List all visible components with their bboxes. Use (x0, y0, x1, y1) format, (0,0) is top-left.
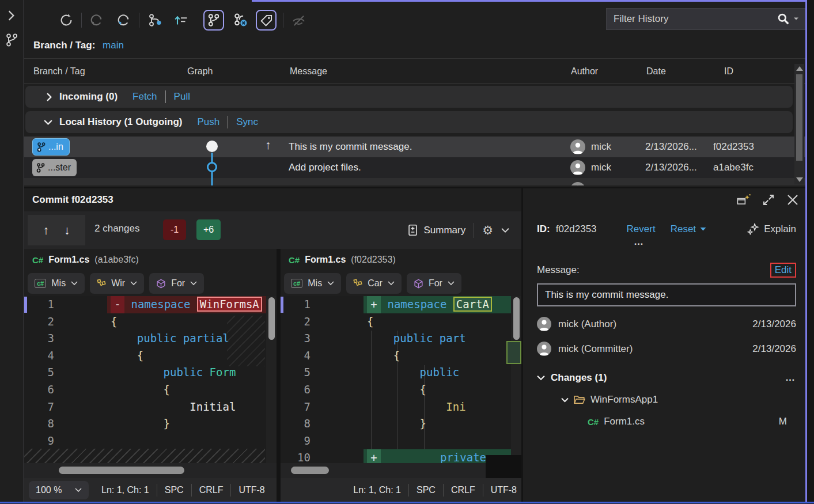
float-window-icon[interactable] (736, 193, 751, 207)
commit-row-selected[interactable]: ...in ↑ This is my commit message. mick … (24, 137, 805, 157)
scroll-up-icon[interactable] (796, 66, 803, 71)
col-branch-tag[interactable]: Branch / Tag (33, 66, 85, 77)
old-horizontal-scrollbar[interactable] (24, 463, 277, 478)
commit-detail-sidebar: ID: f02d2353 Revert Reset Explain … Mess… (523, 211, 805, 502)
chevron-down-icon[interactable] (44, 119, 52, 126)
zoom-select[interactable]: 100 % (29, 481, 89, 499)
breadcrumb-namespace-dropdown[interactable]: Wir (90, 273, 144, 294)
breadcrumb-project-dropdown[interactable]: c# Mis (28, 273, 85, 294)
filter-history-input[interactable] (612, 13, 777, 25)
new-horizontal-scrollbar[interactable] (281, 463, 521, 478)
new-branch-button[interactable] (145, 10, 165, 31)
zoom-value: 100 % (36, 485, 62, 495)
changes-more-button[interactable]: … (785, 372, 796, 384)
explain-button[interactable]: Explain (747, 223, 796, 235)
old-code-area[interactable]: 1- namespace WinFormsA2{3 public partial… (24, 296, 277, 463)
chevron-right-icon[interactable] (46, 93, 52, 101)
pull-button[interactable] (113, 10, 134, 31)
scrollbar-thumb[interactable] (513, 297, 520, 340)
col-author[interactable]: Author (571, 66, 598, 77)
search-icon[interactable] (777, 13, 790, 25)
breadcrumb-class-dropdown[interactable]: For (149, 273, 204, 294)
new-vertical-scrollbar[interactable] (511, 296, 521, 463)
scrollbar-thumb[interactable] (796, 74, 802, 161)
scrollbar-thumb[interactable] (59, 467, 184, 474)
incoming-section-row[interactable]: Incoming (0) Fetch Pull (25, 86, 793, 108)
show-commit-graph-button[interactable] (203, 10, 224, 31)
line-number: 10 (281, 449, 311, 463)
pull-link[interactable]: Pull (174, 91, 190, 103)
divider (443, 484, 444, 497)
chevron-down-icon[interactable] (561, 397, 569, 403)
git-branch-icon[interactable] (5, 33, 18, 47)
commit-row[interactable]: ...ster Add project files. mick 2/13/202… (24, 157, 805, 178)
toolbar-separator (283, 13, 283, 28)
col-message[interactable]: Message (290, 66, 327, 77)
compare-commits-button[interactable] (230, 10, 251, 31)
commit-author: mick (591, 141, 611, 153)
edit-message-link[interactable]: Edit (770, 263, 796, 278)
commit-message-input[interactable] (537, 283, 796, 306)
fetch-link[interactable]: Fetch (132, 91, 157, 103)
branch-tag-label: Branch / Tag: (33, 40, 95, 51)
line-ending[interactable]: CRLF (199, 485, 224, 495)
search-options-chevron-icon[interactable] (793, 17, 799, 21)
reset-link[interactable]: Reset (671, 223, 696, 235)
diff-toolbar: ↑ ↓ 2 changes -1 +6 Summary ⚙ (24, 211, 523, 249)
changes-section-header[interactable]: Changes (1) … (537, 372, 796, 384)
branch-badge[interactable]: ...in (32, 138, 70, 156)
indent-mode[interactable]: SPC (165, 485, 184, 495)
scrollbar-thumb[interactable] (268, 297, 275, 340)
col-graph[interactable]: Graph (187, 66, 213, 77)
push-link[interactable]: Push (197, 116, 219, 128)
sync-link[interactable]: Sync (236, 116, 258, 128)
chevron-down-icon[interactable] (537, 375, 545, 381)
deletions-badge: -1 (163, 219, 186, 240)
editor-splitter[interactable] (277, 249, 281, 502)
diff-editor-new[interactable]: C# Form1.cs (f02d2353) c# Mis Car For (281, 249, 521, 502)
maximize-icon[interactable] (762, 193, 775, 207)
old-vertical-scrollbar[interactable] (266, 296, 277, 463)
scrollbar-thumb[interactable] (291, 467, 329, 474)
new-code-area[interactable]: 1+ namespace CartA2{3 public part4 {5 pu… (281, 296, 521, 463)
show-tags-button[interactable] (256, 10, 277, 31)
deleted-line-sign: - (111, 296, 124, 313)
encoding[interactable]: UTF-8 (491, 485, 517, 495)
encoding[interactable]: UTF-8 (238, 485, 264, 495)
toolbar-chevron-down-icon[interactable] (501, 228, 509, 233)
summary-button[interactable]: Summary (407, 224, 465, 236)
namespace-icon (353, 279, 362, 288)
scroll-down-icon[interactable] (796, 177, 803, 182)
reset-dropdown-icon[interactable] (700, 227, 706, 232)
line-ending[interactable]: CRLF (451, 485, 475, 495)
changed-folder-row[interactable]: WinFormsApp1 (561, 394, 796, 406)
local-history-section-row[interactable]: Local History (1 Outgoing) Push Sync (25, 111, 793, 133)
commit-row-clipped[interactable]: Add .gitattributes and .gitignore. (24, 178, 805, 185)
code-line-text: } (364, 415, 521, 433)
change-navigation: ↑ ↓ (28, 215, 85, 245)
current-branch-link[interactable]: main (103, 40, 124, 51)
close-icon[interactable] (786, 193, 800, 207)
refresh-button[interactable] (56, 10, 77, 31)
code-line: 6 { (281, 381, 521, 399)
old-status-bar: 100 % Ln: 1, Ch: 1 SPC CRLF UTF-8 (24, 478, 277, 502)
more-actions-button[interactable]: … (634, 236, 796, 248)
indent-mode[interactable]: SPC (417, 485, 436, 495)
changed-file-row[interactable]: C# Form1.cs M (588, 416, 796, 427)
breadcrumb-namespace-dropdown[interactable]: Car (346, 273, 402, 294)
history-scrollbar[interactable] (794, 64, 804, 184)
next-change-arrow-icon[interactable]: ↓ (64, 223, 70, 237)
diff-editor-old[interactable]: C# Form1.cs (a1abe3fc) c# Mis Wir For (24, 249, 277, 502)
branch-badge[interactable]: ...ster (32, 159, 77, 176)
revert-link[interactable]: Revert (627, 223, 656, 235)
expand-panel-icon[interactable] (7, 10, 15, 21)
breadcrumb-project-dropdown[interactable]: c# Mis (284, 273, 341, 294)
previous-change-arrow-icon[interactable]: ↑ (43, 223, 50, 237)
col-date[interactable]: Date (646, 66, 666, 77)
breadcrumb-class-dropdown[interactable]: For (407, 273, 461, 294)
gear-icon[interactable]: ⚙ (482, 224, 493, 236)
code-line: 9 (281, 433, 521, 450)
folder-icon (574, 395, 585, 404)
outgoing-commits-button[interactable] (171, 10, 191, 31)
col-id[interactable]: ID (724, 66, 733, 77)
